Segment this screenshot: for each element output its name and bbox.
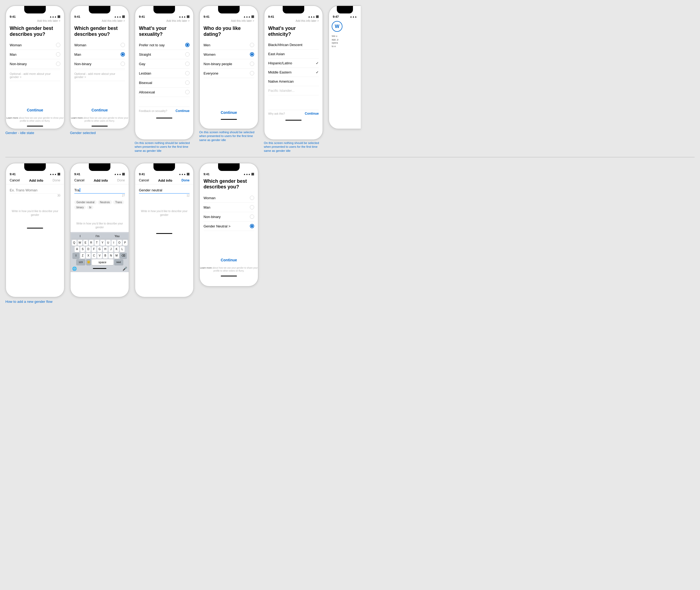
key-space[interactable]: space xyxy=(92,259,113,265)
done-button[interactable]: Done xyxy=(181,179,189,182)
key-J[interactable]: J xyxy=(108,246,113,252)
radio-everyone[interactable] xyxy=(250,71,254,75)
key-E[interactable]: E xyxy=(83,240,88,246)
radio-man-selected[interactable] xyxy=(120,52,125,57)
done-button[interactable]: Done xyxy=(53,179,60,182)
key-X[interactable]: X xyxy=(86,253,91,259)
radio-nonbinary[interactable] xyxy=(250,214,254,219)
key-Q[interactable]: Q xyxy=(72,240,77,246)
continue-button[interactable]: Continue xyxy=(305,112,319,115)
radio-prefer-not[interactable] xyxy=(185,43,189,47)
suggestion-Im[interactable]: I'm xyxy=(94,234,101,238)
key-emoji[interactable]: 😊 xyxy=(86,259,91,265)
key-123[interactable]: 123 xyxy=(76,259,85,265)
key-shift[interactable]: ⇧ xyxy=(72,253,79,259)
key-R[interactable]: R xyxy=(89,240,94,246)
radio-man[interactable] xyxy=(250,205,254,209)
option-hispanic[interactable]: Hispanic/Latino ✓ xyxy=(268,59,319,68)
key-C[interactable]: C xyxy=(92,253,96,259)
key-H[interactable]: H xyxy=(103,246,108,252)
suggestion-bi[interactable]: bi xyxy=(87,205,93,209)
globe-icon[interactable]: 🌐 xyxy=(72,267,77,271)
option-woman[interactable]: Woman xyxy=(74,40,125,50)
option-woman[interactable]: Woman xyxy=(10,40,60,50)
option-bisexual[interactable]: Bisexual xyxy=(139,78,189,88)
key-F[interactable]: F xyxy=(92,246,96,252)
key-A[interactable]: A xyxy=(75,246,79,252)
suggestion-gender-neutral[interactable]: Gender neutral xyxy=(74,200,97,204)
key-K[interactable]: K xyxy=(114,246,119,252)
key-next[interactable]: next xyxy=(114,259,123,265)
radio-woman[interactable] xyxy=(120,43,125,47)
key-O[interactable]: O xyxy=(117,240,122,246)
option-man[interactable]: Man xyxy=(10,50,60,59)
option-nonbinary[interactable]: Non-binary xyxy=(10,59,60,69)
why-ask[interactable]: Why ask this? xyxy=(268,112,285,115)
option-straight[interactable]: Straight xyxy=(139,50,189,59)
radio-nonbinary-people[interactable] xyxy=(250,62,254,66)
radio-woman[interactable] xyxy=(56,43,60,47)
gender-text-input[interactable] xyxy=(10,187,60,194)
key-Y[interactable]: Y xyxy=(100,240,105,246)
key-S[interactable]: S xyxy=(80,246,85,252)
suggestion-binary[interactable]: binary xyxy=(74,205,86,209)
suggestion-trans[interactable]: Trans xyxy=(113,200,124,204)
key-N[interactable]: N xyxy=(108,253,113,259)
radio-man[interactable] xyxy=(56,52,60,57)
continue-button[interactable]: Continue xyxy=(176,109,189,113)
radio-gay[interactable] xyxy=(185,62,189,66)
cancel-button[interactable]: Cancel xyxy=(74,179,84,182)
radio-nonbinary[interactable] xyxy=(120,62,125,66)
option-man[interactable]: Man xyxy=(74,50,125,59)
key-delete[interactable]: ⌫ xyxy=(120,253,127,259)
add-info-later[interactable]: Add this info later > xyxy=(71,19,129,23)
key-T[interactable]: T xyxy=(94,240,99,246)
optional-gender[interactable]: Optional - add more about your gender > xyxy=(74,70,125,81)
radio-allosexual[interactable] xyxy=(185,90,189,94)
radio-straight[interactable] xyxy=(185,52,189,57)
add-info-later[interactable]: Add this info later > xyxy=(6,19,64,23)
option-east-asian[interactable]: East Asian xyxy=(268,50,319,59)
key-D[interactable]: D xyxy=(86,246,91,252)
option-prefer-not[interactable]: Prefer not to say xyxy=(139,40,189,50)
option-pacific[interactable]: Pacific Islander... xyxy=(268,86,319,95)
key-W[interactable]: W xyxy=(78,240,82,246)
key-P[interactable]: P xyxy=(123,240,127,246)
option-native-american[interactable]: Native American xyxy=(268,77,319,86)
radio-gender-neutral-selected[interactable] xyxy=(250,224,254,228)
option-lesbian[interactable]: Lesbian xyxy=(139,69,189,78)
key-U[interactable]: U xyxy=(106,240,111,246)
key-B[interactable]: B xyxy=(103,253,108,259)
option-men[interactable]: Men xyxy=(203,40,254,50)
add-info-later[interactable]: Add this info later > xyxy=(200,19,258,23)
key-V[interactable]: V xyxy=(97,253,102,259)
optional-gender[interactable]: Optional - add more about your gender > xyxy=(10,70,60,81)
add-info-later[interactable]: Add this info later > xyxy=(135,19,193,23)
option-women[interactable]: Women xyxy=(203,50,254,59)
option-black[interactable]: Black/African Descent xyxy=(268,40,319,50)
radio-bisexual[interactable] xyxy=(185,81,189,85)
continue-button[interactable]: Continue xyxy=(74,105,125,114)
key-G[interactable]: G xyxy=(97,246,102,252)
radio-nonbinary[interactable] xyxy=(56,62,60,66)
option-allosexual[interactable]: Allosexual xyxy=(139,88,189,97)
cancel-button[interactable]: Cancel xyxy=(139,179,149,182)
option-nonbinary[interactable]: Non-binary xyxy=(203,212,254,221)
option-woman[interactable]: Woman xyxy=(203,193,254,203)
option-nonbinary-people[interactable]: Non-binary people xyxy=(203,59,254,69)
option-gender-neutral[interactable]: Gender Neutral > xyxy=(203,221,254,231)
mic-icon[interactable]: 🎤 xyxy=(122,267,127,271)
option-nonbinary[interactable]: Non-binary xyxy=(74,59,125,69)
suggestion-You[interactable]: You xyxy=(113,234,121,238)
cancel-button[interactable]: Cancel xyxy=(10,179,20,182)
option-man[interactable]: Man xyxy=(203,203,254,212)
option-middle-eastern[interactable]: Middle Eastern ✓ xyxy=(268,68,319,77)
suggestion-neutrois[interactable]: Neutrois xyxy=(98,200,112,204)
key-L[interactable]: L xyxy=(120,246,125,252)
option-everyone[interactable]: Everyone xyxy=(203,69,254,78)
radio-woman[interactable] xyxy=(250,196,254,200)
key-Z[interactable]: Z xyxy=(80,253,85,259)
key-M[interactable]: M xyxy=(114,253,119,259)
suggestion-I[interactable]: I xyxy=(78,234,82,238)
option-gay[interactable]: Gay xyxy=(139,59,189,69)
